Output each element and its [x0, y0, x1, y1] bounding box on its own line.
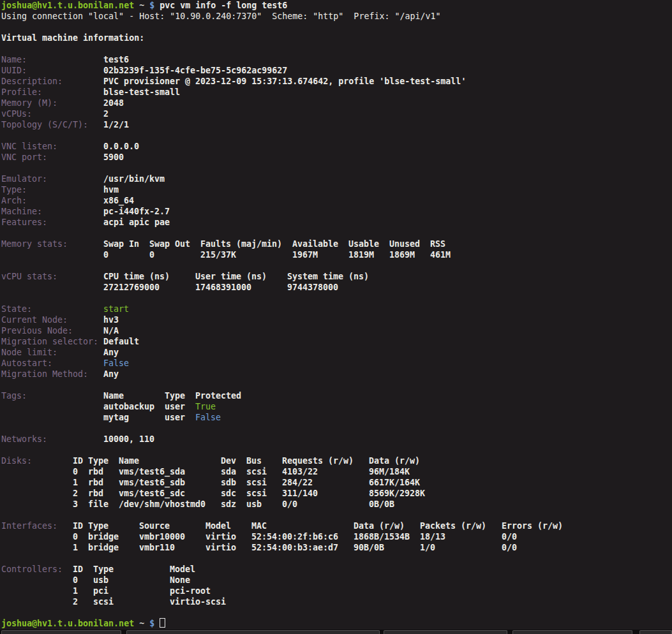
- stat-value: 9744378000: [287, 282, 338, 293]
- field-value: Default: [103, 336, 139, 347]
- table-cell: scsi: [246, 466, 267, 477]
- prompt-dollar: $: [149, 1, 160, 10]
- table-cell: usb: [93, 575, 108, 586]
- field-label: Node limit:: [1, 347, 57, 358]
- field-line: VNC listen:0.0.0.0: [0, 141, 672, 152]
- field-label: VNC listen:: [1, 141, 57, 152]
- stats-values-line: 27212769000174683910009744378000: [0, 282, 672, 293]
- table-cell: 0/0: [502, 531, 517, 542]
- field-line: vCPUs:2: [0, 108, 672, 119]
- table-cell: 1: [73, 586, 78, 596]
- column-header: Type: [165, 390, 185, 401]
- table-cell: None: [170, 575, 190, 586]
- field-line: Migration Method:Any: [0, 369, 672, 380]
- table-row: 2scsivirtio-scsi: [0, 596, 672, 607]
- field-label: Machine:: [1, 206, 42, 217]
- field-value: hv3: [103, 314, 119, 325]
- table-cell: 4103/22: [282, 466, 318, 477]
- field-line: Previous Node:N/A: [0, 325, 672, 336]
- column-header: Model: [205, 520, 231, 531]
- field-line: Name:test6: [0, 54, 672, 65]
- table-cell: sdc: [221, 488, 236, 499]
- column-header: Data (r/w): [369, 455, 420, 466]
- field-value: hvm: [103, 184, 119, 195]
- field-label: Current Node:: [1, 314, 68, 325]
- table-row: 1rbdvms/test6_sdbsdbscsi284/226617K/164K: [0, 477, 672, 488]
- taskbar-window-button[interactable]: [384, 630, 507, 634]
- column-header: ID: [73, 520, 83, 531]
- taskbar-window-button[interactable]: [126, 630, 380, 634]
- field-line: Type:hvm: [0, 184, 672, 195]
- table-row: 0bridgevmbr10000virtio52:54:00:2f:b6:c61…: [0, 531, 672, 542]
- field-value: test6: [103, 54, 129, 65]
- column-header: Type: [88, 520, 108, 531]
- field-label: State:: [1, 304, 32, 314]
- table-header-line: Tags:NameTypeProtected: [0, 390, 672, 401]
- table-cell: rbd: [88, 488, 103, 499]
- table-cell: autobackup: [103, 401, 154, 412]
- table-cell: 8569K/2928K: [369, 488, 425, 499]
- field-value: pc-i440fx-2.7: [103, 206, 170, 217]
- table-cell: 1: [73, 542, 78, 553]
- column-header: MAC: [251, 520, 267, 531]
- section-label: Memory stats:: [1, 239, 68, 249]
- table-cell: 90B/0B: [354, 542, 384, 553]
- stats-header-line: Memory stats:Swap InSwap OutFaults (maj/…: [0, 239, 672, 249]
- field-label: Profile:: [1, 87, 42, 98]
- prompt-user-host: joshua@hv1.t.u.bonilan.net: [1, 619, 139, 628]
- field-value: N/A: [103, 325, 119, 336]
- field-label: Networks:: [1, 434, 47, 445]
- column-header: Source: [139, 520, 170, 531]
- table-row: 0rbdvms/test6_sdasdascsi4103/2296M/184K: [0, 466, 672, 477]
- column-header: Requests (r/w): [282, 455, 354, 466]
- stat-value: 17468391000: [195, 282, 251, 293]
- prompt-dollar: $: [149, 619, 160, 628]
- field-value: 10000, 110: [103, 434, 154, 445]
- stat-value: 0: [103, 249, 108, 260]
- field-line: Profile:blse-test-small: [0, 87, 672, 98]
- table-cell: bridge: [88, 542, 119, 553]
- field-label: Topology (S/C/T):: [1, 119, 88, 130]
- field-value: blse-test-small: [103, 87, 180, 98]
- table-cell: vms/test6_sda: [119, 466, 185, 477]
- taskbar-window-button[interactable]: [639, 630, 672, 634]
- command-text: pvc vm info -f long test6: [160, 1, 287, 10]
- section-label: Disks:: [1, 455, 32, 466]
- table-cell: sda: [221, 466, 236, 477]
- table-cell: file: [88, 499, 108, 510]
- table-cell: vmbr10000: [139, 531, 185, 542]
- table-cell: 96M/184K: [369, 466, 410, 477]
- field-label: Migration selector:: [1, 336, 98, 347]
- field-value: Any: [103, 347, 119, 358]
- table-cell: user: [165, 412, 185, 423]
- stat-value: 1869M: [389, 249, 415, 260]
- table-cell: virtio: [205, 542, 236, 553]
- field-value: PVC provisioner @ 2023-12-09 15:37:13.67…: [103, 76, 466, 87]
- table-cell: 0: [73, 466, 78, 477]
- table-cell: 0B/0B: [369, 499, 394, 510]
- prompt-user-host: joshua@hv1.t.u.bonilan.net: [1, 1, 139, 10]
- field-line: State:start: [0, 304, 672, 314]
- table-row: mytaguserFalse: [0, 412, 672, 423]
- field-value: False: [103, 358, 129, 369]
- field-value: 2: [103, 108, 108, 119]
- field-line: Migration selector:Default: [0, 336, 672, 347]
- field-line: UUID:02b3239f-135f-4cfe-be75-5c962ac9962…: [0, 65, 672, 76]
- field-label: Description:: [1, 76, 63, 87]
- table-cell: rbd: [88, 477, 103, 488]
- taskbar-window-button[interactable]: [1, 630, 121, 634]
- field-label: vCPUs:: [1, 108, 32, 119]
- terminal[interactable]: joshua@hv1.t.u.bonilan.net~$pvc vm info …: [0, 0, 672, 630]
- field-value: x86_64: [103, 195, 134, 206]
- table-cell: sdb: [221, 477, 236, 488]
- stats-values-line: 00215/37K1967M1819M1869M461M: [0, 249, 672, 260]
- column-header: Faults (maj/min): [200, 239, 282, 249]
- table-cell: 0/0: [282, 499, 297, 510]
- stat-value: 461M: [430, 249, 451, 260]
- column-header: Model: [170, 564, 195, 575]
- column-header: Dev: [221, 455, 236, 466]
- table-cell: vms/test6_sdc: [119, 488, 185, 499]
- taskbar-window-button[interactable]: [512, 630, 632, 634]
- table-cell: 1868B/1534B: [354, 531, 410, 542]
- table-header-line: Controllers:IDTypeModel: [0, 564, 672, 575]
